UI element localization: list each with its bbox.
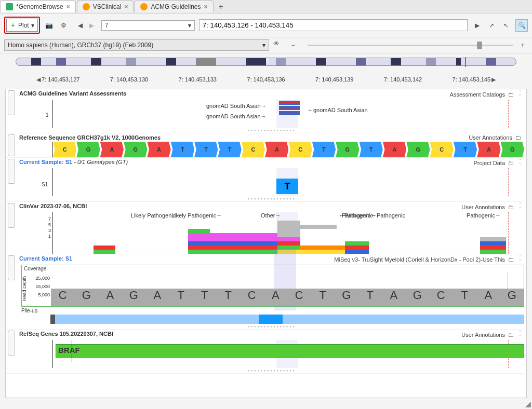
genotype-plot[interactable]: S1 T xyxy=(52,168,524,196)
search-button[interactable]: 🔍 xyxy=(515,19,528,32)
collapse-indicator[interactable]: ▪▪▪▪▪▪▪▪▪▪▪▪▪▪▪ xyxy=(19,324,524,329)
tab-acmg-guidelines[interactable]: ACMG Guidelines × xyxy=(135,1,213,12)
track-source-label: User Annotations xyxy=(461,332,505,338)
expand-down-icon[interactable]: ˅ xyxy=(519,260,521,264)
folder-icon[interactable]: 🗀 xyxy=(508,204,514,210)
track-title: RefSeq Genes 105.20220307, NCBI xyxy=(19,331,113,339)
nav-back-button[interactable]: ◀ xyxy=(75,20,86,31)
pileup-plot[interactable] xyxy=(50,315,524,324)
sequence-bases[interactable]: CGAGATTTCACTGTAGCTAG xyxy=(52,142,524,157)
track-title-link[interactable]: Current Sample: xyxy=(19,159,64,165)
zoom-out-button[interactable]: − xyxy=(288,40,298,50)
chrom-value: 7 xyxy=(105,22,109,29)
folder-icon[interactable]: 🗀 xyxy=(515,134,521,141)
visibility-icon[interactable]: 👁 xyxy=(273,40,284,50)
coverage-subtitle: Coverage xyxy=(22,265,524,272)
export-icon[interactable]: ↗ xyxy=(486,20,497,31)
track-source-label: User Annotations xyxy=(461,204,505,210)
track-drag-handle[interactable] xyxy=(8,203,15,228)
expand-down-icon[interactable]: ˅ xyxy=(519,207,521,211)
close-icon[interactable]: × xyxy=(124,3,128,10)
consensus-base: T xyxy=(193,289,217,306)
gene-plot[interactable]: BRAF xyxy=(52,340,524,368)
track-title: ClinVar 2023-07-06, NCBI xyxy=(19,203,87,211)
track-title: Reference Sequence GRCH37g1k V2, 1000Gen… xyxy=(19,134,161,141)
track-drag-handle[interactable] xyxy=(8,159,15,184)
ruler-right-arrow[interactable]: ▶ xyxy=(491,76,496,83)
app-icon xyxy=(83,3,90,10)
camera-icon[interactable]: 📷 xyxy=(44,20,55,31)
base-T: T xyxy=(194,142,218,157)
population-label: gnomAD South Asian→ xyxy=(206,113,267,119)
track-source-label: User Annotations xyxy=(469,134,512,141)
position-input[interactable] xyxy=(199,19,468,31)
collapse-indicator[interactable]: ▪▪▪▪▪▪▪▪▪▪▪▪▪▪▪ xyxy=(19,368,524,373)
folder-icon[interactable]: 🗀 xyxy=(508,91,514,98)
consensus-sequence: CGAGATTTCACTGTAGCTAG xyxy=(51,289,524,306)
folder-icon[interactable]: 🗀 xyxy=(508,256,514,263)
assembly-select[interactable]: Homo sapiens (Human), GRCh37 (hg19) (Feb… xyxy=(4,39,269,51)
tab-vsclinical[interactable]: VSClinical × xyxy=(77,1,134,12)
zoom-handle[interactable] xyxy=(477,42,482,49)
ruler-tick: 7: 140,453,130 xyxy=(110,76,148,83)
tab-genomebrowse[interactable]: *GenomeBrowse × xyxy=(0,1,76,12)
close-icon[interactable]: × xyxy=(204,3,207,10)
sample-name: S1 xyxy=(65,159,72,165)
ideogram-position-marker xyxy=(465,57,466,67)
consensus-base: G xyxy=(406,289,430,306)
zoom-slider[interactable] xyxy=(308,45,513,46)
y-axis: 75 31 xyxy=(46,216,51,239)
chromosome-ideogram[interactable]: 7 xyxy=(16,58,516,66)
assembly-label: Homo sapiens (Human), GRCh37 (hg19) (Feb… xyxy=(8,42,153,49)
expand-down-icon[interactable]: ˅ xyxy=(519,335,521,339)
consensus-base: G xyxy=(335,289,358,306)
track-title: ACMG Guidelines Variant Assessments xyxy=(19,90,126,99)
chromosome-select[interactable]: 7 ▾ xyxy=(101,20,195,31)
pointer-icon[interactable]: ↖ xyxy=(501,20,511,31)
folder-icon[interactable]: 🗀 xyxy=(508,332,514,338)
track-drag-handle[interactable] xyxy=(8,331,15,356)
base-C: C xyxy=(53,142,76,157)
new-tab-button[interactable]: + xyxy=(215,1,228,12)
nav-forward-button[interactable]: ▶ xyxy=(87,20,97,31)
track-drag-handle[interactable] xyxy=(8,90,15,115)
base-T: T xyxy=(218,142,241,157)
acmg-plot[interactable]: 1 gnomAD South Asian→ gnomAD South Asian… xyxy=(52,100,524,128)
collapse-indicator[interactable]: ▪▪▪▪▪▪▪▪▪▪▪▪▪▪▪ xyxy=(19,128,524,133)
ruler-left-arrow[interactable]: ◀ xyxy=(36,76,41,83)
consensus-base: T xyxy=(453,289,477,306)
folder-icon[interactable]: 🗀 xyxy=(508,160,514,166)
coverage-plot[interactable]: Read Depth 25,000 15,000 5,000 CGAGATTTC… xyxy=(51,272,524,306)
ruler-tick: 7: 140,453,133 xyxy=(179,76,217,83)
plot-highlight: ＋ Plot ▾ xyxy=(4,17,40,34)
close-icon[interactable]: × xyxy=(66,3,70,10)
track-drag-handle[interactable] xyxy=(8,255,15,280)
base-T: T xyxy=(359,142,382,157)
track-title-link[interactable]: Current Sample: xyxy=(19,255,64,262)
consensus-base: A xyxy=(98,289,122,306)
base-G: G xyxy=(336,142,359,157)
go-button[interactable]: ▶ xyxy=(472,20,482,31)
plot-button[interactable]: ＋ Plot ▾ xyxy=(6,19,38,32)
expand-down-icon[interactable]: ˅ xyxy=(519,94,521,99)
track-current-sample-genotype: Current Sample: S1 - 0/1 Genotypes (GT) … xyxy=(6,158,524,202)
plot-label: Plot xyxy=(18,22,29,29)
tab-bar: *GenomeBrowse × VSClinical × ACMG Guidel… xyxy=(0,0,532,13)
gear-icon[interactable]: ⚙ xyxy=(59,20,69,31)
consensus-base: A xyxy=(476,289,500,306)
y-axis: 25,000 15,000 5,000 xyxy=(27,274,50,299)
consensus-base: G xyxy=(122,289,146,306)
collapse-indicator[interactable]: ▪▪▪▪▪▪▪▪▪▪▪▪▪▪▪ xyxy=(19,196,524,201)
consensus-base: C xyxy=(240,289,264,306)
base-C: C xyxy=(288,142,312,157)
consensus-base: A xyxy=(264,289,288,306)
track-drag-handle[interactable] xyxy=(8,134,15,156)
clinvar-plot[interactable]: 75 31 Other→ ←Pathogenic Likely Pathogen… xyxy=(52,212,524,254)
gene-name-label: BRAF xyxy=(58,346,80,355)
expand-down-icon[interactable]: ˅ xyxy=(519,163,521,167)
track-source-label: Assessment Catalogs xyxy=(450,91,505,98)
clinvar-label: Pathogenic→ xyxy=(467,212,501,219)
base-G: G xyxy=(501,142,524,157)
zoom-in-button[interactable]: + xyxy=(517,40,528,50)
gene-exon-bar xyxy=(56,344,524,358)
